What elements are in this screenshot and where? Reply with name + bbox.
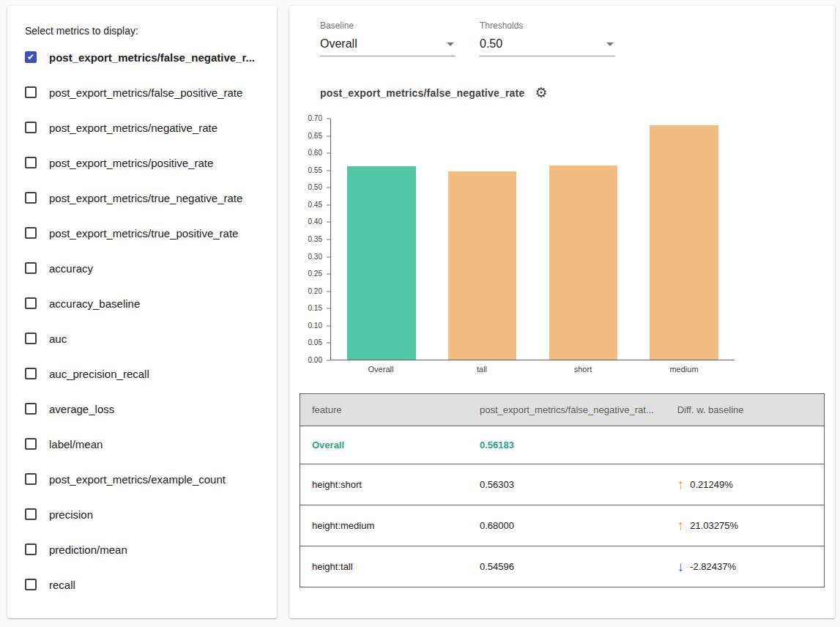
baseline-select[interactable]: Overall [320, 37, 456, 56]
bar-chart: 0.000.050.100.150.200.250.300.350.400.45… [300, 119, 825, 374]
metric-checkbox-item[interactable]: recall [25, 567, 259, 602]
metric-label: recall [49, 579, 75, 591]
bar-slot [650, 119, 718, 360]
checkbox-unchecked-icon[interactable] [25, 157, 37, 168]
y-tick-label: 0.70 [308, 115, 322, 122]
diff-cell [666, 426, 825, 464]
metric-checkbox-item[interactable]: precision [25, 497, 259, 532]
feature-cell: height:short [300, 464, 468, 505]
metric-checkbox-item[interactable]: post_export_metrics/example_count [25, 461, 259, 497]
checkbox-unchecked-icon[interactable] [25, 333, 37, 344]
metric-checkbox-item[interactable]: accuracy [25, 251, 259, 286]
checkbox-unchecked-icon[interactable] [25, 368, 37, 379]
feature-cell: height:tall [300, 546, 468, 587]
y-axis: 0.000.050.100.150.200.250.300.350.400.45… [300, 119, 330, 360]
metric-label: post_export_metrics/example_count [49, 473, 226, 486]
metric-label: auc_precision_recall [49, 368, 149, 380]
checkbox-unchecked-icon[interactable] [25, 438, 37, 450]
metric-checkbox-item[interactable]: auc [25, 321, 259, 356]
checkbox-unchecked-icon[interactable] [25, 297, 37, 309]
checkbox-unchecked-icon[interactable] [25, 508, 37, 520]
y-tick-label: 0.10 [308, 322, 322, 330]
checkbox-unchecked-icon[interactable] [25, 86, 37, 98]
bar-short[interactable] [549, 166, 618, 360]
metric-selector-title: Select metrics to display: [25, 25, 259, 37]
results-panel: Baseline Overall Thresholds 0.50 post_ex… [289, 6, 835, 618]
table-row-overall[interactable]: Overall0.56183 [300, 426, 825, 464]
x-tick-label: medium [650, 365, 718, 374]
bar-overall[interactable] [347, 166, 416, 360]
metric-checkbox-item[interactable]: post_export_metrics/true_positive_rate [25, 215, 259, 251]
metric-label: post_export_metrics/negative_rate [49, 122, 218, 134]
checkbox-unchecked-icon[interactable] [25, 403, 37, 415]
thresholds-control: Thresholds 0.50 [480, 21, 615, 56]
metric-list: ✔post_export_metrics/false_negative_r...… [25, 40, 259, 602]
metric-value-cell: 0.68000 [468, 505, 666, 546]
x-tick-label: short [549, 365, 617, 374]
metric-label: label/mean [49, 438, 103, 450]
thresholds-label: Thresholds [480, 21, 615, 31]
metric-label: prediction/mean [49, 543, 127, 556]
metric-checkbox-item[interactable]: post_export_metrics/true_negative_rate [25, 180, 259, 215]
y-tick-label: 0.20 [308, 288, 322, 295]
bars [331, 119, 735, 360]
metric-checkbox-item[interactable]: label/mean [25, 426, 259, 461]
bar-slot [549, 119, 618, 360]
metric-label: precision [49, 508, 93, 521]
diff-cell: ↑21.03275% [666, 505, 825, 546]
diff-value: 0.21249% [690, 479, 733, 490]
y-tick-label: 0.65 [308, 133, 322, 140]
header-feature: feature [300, 394, 468, 426]
checkbox-unchecked-icon[interactable] [25, 262, 37, 274]
table-row-height-medium[interactable]: height:medium0.68000↑21.03275% [300, 505, 825, 546]
checkbox-unchecked-icon[interactable] [25, 122, 37, 133]
checkbox-unchecked-icon[interactable] [25, 579, 37, 590]
bar-slot [448, 119, 517, 360]
y-tick-label: 0.45 [308, 201, 322, 209]
table-header-row: feature post_export_metrics/false_negati… [300, 394, 825, 426]
y-tick-label: 0.35 [308, 236, 322, 243]
up-arrow-icon: ↑ [677, 478, 685, 491]
x-axis-labels: Overalltallshortmedium [330, 365, 735, 374]
y-tick-label: 0.40 [308, 218, 322, 226]
table-row-height-short[interactable]: height:short0.56303↑0.21249% [300, 464, 825, 505]
metric-label: post_export_metrics/true_positive_rate [49, 227, 238, 240]
down-arrow-icon: ↓ [677, 560, 685, 574]
table-row-height-tall[interactable]: height:tall0.54596↓-2.82437% [300, 546, 825, 587]
checkbox-unchecked-icon[interactable] [25, 543, 37, 555]
up-arrow-icon: ↑ [677, 519, 685, 533]
checkbox-checked-icon[interactable]: ✔ [25, 51, 37, 63]
metric-checkbox-item[interactable]: average_loss [25, 391, 259, 426]
settings-gear-icon[interactable]: ⚙ [535, 86, 547, 100]
diff-value: -2.82437% [690, 561, 736, 572]
feature-cell: height:medium [300, 505, 468, 546]
y-tick-label: 0.55 [308, 167, 322, 174]
thresholds-select[interactable]: 0.50 [480, 37, 615, 56]
checkbox-unchecked-icon[interactable] [25, 227, 37, 239]
metric-label: average_loss [49, 403, 114, 415]
metric-checkbox-item[interactable]: accuracy_baseline [25, 286, 259, 321]
metric-label: accuracy_baseline [49, 297, 140, 310]
bar-tall[interactable] [448, 171, 517, 360]
metric-checkbox-item[interactable]: post_export_metrics/positive_rate [25, 145, 259, 180]
feature-cell: Overall [300, 426, 468, 464]
y-tick-label: 0.25 [308, 270, 322, 278]
metric-label: auc [49, 333, 67, 345]
metric-checkbox-item[interactable]: ✔post_export_metrics/false_negative_r... [25, 40, 259, 75]
metrics-table: feature post_export_metrics/false_negati… [300, 393, 825, 587]
metric-checkbox-item[interactable]: post_export_metrics/negative_rate [25, 110, 259, 145]
y-tick-label: 0.05 [308, 339, 322, 346]
baseline-control: Baseline Overall [320, 21, 456, 56]
dropdown-caret-icon [447, 42, 454, 46]
metric-checkbox-item[interactable]: auc_precision_recall [25, 356, 259, 391]
checkbox-unchecked-icon[interactable] [25, 473, 37, 485]
metric-value-cell: 0.56303 [468, 464, 666, 505]
bar-medium[interactable] [650, 125, 718, 360]
metric-checkbox-item[interactable]: prediction/mean [25, 532, 259, 567]
checkbox-unchecked-icon[interactable] [25, 192, 37, 204]
metric-checkbox-item[interactable]: post_export_metrics/false_positive_rate [25, 75, 259, 110]
baseline-selected-value: Overall [320, 37, 357, 51]
y-tick-label: 0.50 [308, 184, 322, 191]
metric-label: post_export_metrics/false_positive_rate [49, 86, 242, 99]
y-tick-label: 0.15 [308, 305, 322, 312]
